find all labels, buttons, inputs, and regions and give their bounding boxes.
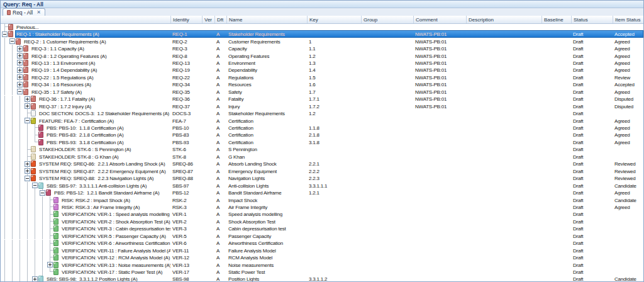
column-header-dft[interactable]: Dft <box>214 16 226 23</box>
cell-name: Certification <box>226 125 307 131</box>
tree-table-row[interactable]: VERIFICATION: VER-13 : Noise measurement… <box>1 261 643 268</box>
tree-table-row[interactable]: VERIFICATION: VER-17 : Static Power Test… <box>1 268 643 275</box>
close-icon[interactable]: ✕ <box>36 10 41 15</box>
tree-table-row[interactable]: VERIFICATION: VER-6 : Airworthiness Cert… <box>1 240 643 247</box>
tree-table-row[interactable]: REQ-34 : 1.6 Resources (A)REQ-34AResourc… <box>1 81 643 88</box>
tree-table-row[interactable]: VERIFICATION: VER-1 : Speed analysis mod… <box>1 211 643 218</box>
expand-icon[interactable] <box>47 262 53 268</box>
tree-table-row[interactable]: PBS: PBS-93: 3.1.8 Certification (A)PBS-… <box>1 138 643 145</box>
collapse-icon[interactable] <box>9 38 15 44</box>
tree-table-row[interactable]: REQ-8 : 1.2 Operating Features (A)REQ-8A… <box>1 52 643 59</box>
tree-table-row[interactable]: Previous... <box>1 23 643 30</box>
tree-guide-line <box>19 138 20 145</box>
column-header-status[interactable]: Status <box>571 16 613 23</box>
collapse-icon[interactable] <box>2 31 8 37</box>
column-header-name[interactable]: Name <box>226 16 307 23</box>
cell-key: 3.3.1.1.1 <box>307 183 361 188</box>
tree-table-row[interactable]: REQ-37 : 1.7.2 Injury (A)REQ-37AInjury1.… <box>1 103 643 110</box>
column-header-group[interactable]: Group <box>361 16 413 23</box>
tree-guide-line <box>4 146 5 153</box>
tree-table-row[interactable]: PBS: PBS-12: 1.2.1 Bandit Standard Airfr… <box>1 189 643 196</box>
tree-table-row[interactable]: RISK: RSK-2 : Impact Shock (A)RSK-2AImpa… <box>1 196 643 203</box>
tree-table-row[interactable]: SYSTEM REQ: SREQ-87: 2.2.2 Emergency Equ… <box>1 167 643 174</box>
tab-label: Req - All <box>13 9 33 16</box>
tree-table-row[interactable]: DOC SECTION: DOCS-3: 1.2 Stakeholder Req… <box>1 110 643 116</box>
tree-table-row[interactable]: REQ-22 : 1.5 Regulations (A)REQ-22ARegul… <box>1 74 643 81</box>
collapse-icon[interactable] <box>32 183 38 188</box>
column-header-baseline[interactable]: Baseline <box>541 16 571 23</box>
expand-icon[interactable] <box>17 53 23 59</box>
collapse-icon[interactable] <box>25 176 30 181</box>
cell-key: 1.2 <box>307 53 361 59</box>
tree-table-row[interactable]: REQ-3 : 1.1 Capacity (A)REQ-3ACapacity1.… <box>1 45 643 52</box>
tree-guide-line <box>27 240 28 247</box>
tree-table-row[interactable]: SYSTEM REQ: SREQ-88: 2.2.3 Navigation Li… <box>1 174 643 181</box>
requirement-icon <box>23 45 28 52</box>
cell-identity: PBS-83 <box>170 132 202 138</box>
expand-icon[interactable] <box>32 276 38 281</box>
expand-icon[interactable] <box>17 46 23 52</box>
tree-table-row[interactable]: VERIFICATION: VER-5 : Passenger Capacity… <box>1 232 643 239</box>
tree-table-row[interactable]: REQ-19 : 1.4 Dependability (A)REQ-19ADep… <box>1 67 643 74</box>
tree-table-row[interactable]: SBS: SBS-98: 3.3.1.1.2 Position Lights (… <box>1 276 643 281</box>
column-header-item_status[interactable]: Item Status <box>613 16 644 23</box>
tree-table-row[interactable]: STAKEHOLDER: STK-8 : G Khan (A)STK-8AG K… <box>1 153 643 160</box>
tree-guide-line <box>12 196 13 203</box>
expand-icon[interactable] <box>25 161 30 167</box>
cell-status: Draft <box>571 233 613 239</box>
tree-table-row[interactable]: VERIFICATION: VER-12 : RCM Analysis Mode… <box>1 254 643 261</box>
tree-table-row[interactable]: REQ-1 : Stakeholder Requirements (A)REQ-… <box>1 30 643 37</box>
expand-icon[interactable] <box>17 67 23 73</box>
tree-table-row[interactable]: REQ-35 : 1.7 Safety (A)REQ-35ASafety1.7N… <box>1 88 643 95</box>
column-header-comment[interactable]: Comment <box>413 16 466 23</box>
cell-name: Static Power Test <box>226 269 307 275</box>
cell-status: Draft <box>571 139 613 145</box>
column-header-description[interactable]: Description <box>466 16 541 23</box>
tree-table-row[interactable]: STAKEHOLDER: STK-6 : S Pennington (A)STK… <box>1 146 643 153</box>
tree-item-label: STAKEHOLDER: STK-8 : G Khan (A) <box>39 154 170 159</box>
tree-table-row[interactable]: REQ-2 : 1 Customer Requirements (A)REQ-2… <box>1 38 643 45</box>
cell-dft: A <box>214 276 226 281</box>
tree-table-row[interactable]: VERIFICATION: VER-11 : Failure Analysis … <box>1 247 643 254</box>
column-header-ver[interactable]: Ver <box>202 16 214 23</box>
tab-req-all[interactable]: Req - All ✕ <box>3 8 45 16</box>
expand-icon[interactable] <box>17 74 23 80</box>
expand-icon[interactable] <box>25 103 30 109</box>
column-header-identity[interactable]: Identity <box>170 16 202 23</box>
tree-table-row[interactable]: SBS: SBS-97: 3.3.1.1.1 Anti-collision Li… <box>1 182 643 189</box>
collapse-icon[interactable] <box>25 118 30 123</box>
expand-icon[interactable] <box>25 168 30 174</box>
tree-table-row[interactable]: REQ-13 : 1.3 Environment (A)REQ-13AEnvir… <box>1 59 643 66</box>
tree-table-row[interactable]: VERIFICATION: VER-2 : Shock Absorption T… <box>1 218 643 225</box>
column-header-key[interactable]: Key <box>307 16 361 23</box>
cell-identity: VER-2 <box>170 218 202 224</box>
tree-guide-line <box>35 203 35 210</box>
tree-table-row[interactable]: SYSTEM REQ: SREQ-86: 2.2.1 Absorb Landin… <box>1 161 643 167</box>
expand-icon[interactable] <box>17 82 23 87</box>
tree-item-label: REQ-22 : 1.5 Regulations (A) <box>31 74 170 80</box>
cell-status: Draft <box>571 118 613 123</box>
tree-table-row[interactable]: PBS: PBS-83: 2.1.8 Certification (A)PBS-… <box>1 132 643 138</box>
tree-guide-line <box>19 276 20 281</box>
tree-guide-line <box>4 88 5 95</box>
collapse-icon[interactable] <box>40 190 45 196</box>
cell-identity: REQ-8 <box>170 53 202 59</box>
tree-table-row[interactable]: PBS: PBS-10: 1.1.8 Certification (A)PBS-… <box>1 124 643 131</box>
tree-guide-line <box>12 45 13 52</box>
tree-table-row[interactable]: VERIFICATION: VER-3 : Cabin depressurisa… <box>1 225 643 232</box>
pbs-icon <box>38 125 43 131</box>
cell-dft: A <box>214 53 226 59</box>
tree-table-row[interactable]: REQ-36 : 1.7.1 Fatality (A)REQ-36AFatali… <box>1 96 643 103</box>
cell-dft: A <box>214 31 226 37</box>
tree-guide-line <box>12 52 13 59</box>
tree-table-row[interactable]: RISK: RSK-3 : Air Frame Integrity (A)RSK… <box>1 203 643 210</box>
cell-item_status: Disputed <box>613 96 643 102</box>
verification-icon <box>53 211 58 217</box>
tree-table-row[interactable]: FEATURE: FEA-7 : Certification (A)FEA-7A… <box>1 117 643 124</box>
tree-item-label: PBS: PBS-93: 3.1.8 Certification (A) <box>47 139 170 145</box>
expand-icon[interactable] <box>17 60 23 65</box>
cell-dft: A <box>214 197 226 203</box>
collapse-icon[interactable] <box>17 89 23 94</box>
expand-icon[interactable] <box>25 96 30 102</box>
cell-key: 2.2.1 <box>307 161 361 167</box>
